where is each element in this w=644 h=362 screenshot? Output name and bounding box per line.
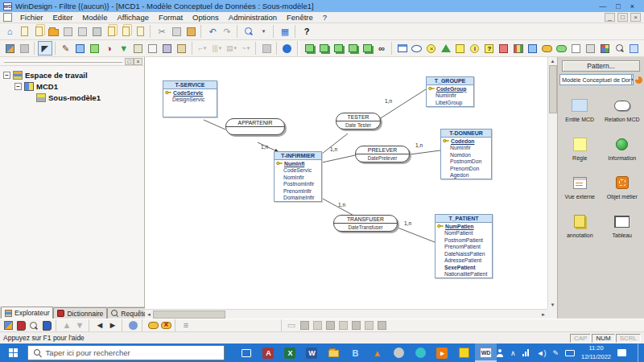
- next-icon[interactable]: ►: [106, 319, 119, 331]
- import-model-icon[interactable]: [104, 24, 118, 39]
- palette-item-entitmcd[interactable]: Entité MCD: [559, 97, 601, 122]
- group-objects-icon[interactable]: [584, 41, 598, 56]
- relation-link-icon[interactable]: [497, 41, 511, 56]
- tree-expander-icon[interactable]: −: [14, 83, 22, 90]
- model-map-icon[interactable]: [2, 41, 17, 56]
- palette-item-rgle[interactable]: Règle: [559, 135, 601, 161]
- entity-t-infirmier[interactable]: T-INFIRMIERNumInfiCodeServicNomInfirPost…: [274, 151, 322, 202]
- ellipse-icon[interactable]: [410, 41, 424, 56]
- palette-item-objetmtier[interactable]: Objet métier: [602, 174, 643, 200]
- align-dropdown[interactable]: ▤▾: [224, 41, 238, 56]
- search-icon[interactable]: [27, 319, 40, 331]
- submodel-1-icon[interactable]: [302, 41, 316, 56]
- corner-style-dropdown[interactable]: ⌐▾: [195, 41, 209, 56]
- tray-expand-icon[interactable]: ∧: [510, 349, 516, 357]
- panel-grip[interactable]: [4, 60, 122, 63]
- mdi-close-button[interactable]: ×: [630, 13, 641, 22]
- diagram-page[interactable]: 1,11,n1,n1,n1,n1,n1,nT-SERVICECodeServic…: [145, 57, 547, 309]
- dropdown-arrow-icon[interactable]: ▾: [631, 75, 634, 84]
- cube-icon[interactable]: [598, 41, 613, 56]
- media-icon[interactable]: ▸: [431, 343, 453, 362]
- gray-app-icon[interactable]: [388, 343, 410, 362]
- entity-t-service[interactable]: T-SERVICECodeServicDesignServic: [163, 80, 217, 117]
- triangle-icon[interactable]: [439, 41, 453, 56]
- restore-button[interactable]: □: [616, 2, 620, 10]
- tab-dictionnaire[interactable]: Dictionnaire: [53, 307, 107, 319]
- submodel-3-icon[interactable]: [331, 41, 345, 56]
- minimize-button[interactable]: —: [599, 2, 606, 10]
- curve-dropdown[interactable]: ~▾: [238, 41, 253, 56]
- menu-fichier[interactable]: Fichier: [15, 13, 48, 22]
- panel-restore-button[interactable]: □: [125, 58, 134, 65]
- preview-icon[interactable]: [17, 41, 31, 56]
- publish-web-icon[interactable]: [133, 24, 147, 39]
- tab-explorateur[interactable]: Explorateur: [1, 306, 53, 319]
- stamp-tool-icon[interactable]: [349, 319, 362, 331]
- relation-transfuser[interactable]: TRANSFUSERDateTransfuser: [333, 215, 398, 232]
- sync-icon[interactable]: [280, 41, 295, 56]
- horizontal-scrollbar[interactable]: ◄ ►: [145, 309, 547, 319]
- palette-model-dropdown[interactable]: Modèle Conceptuel de Dor ▾: [559, 74, 634, 85]
- form-list-icon[interactable]: [146, 41, 160, 56]
- hide-label-icon[interactable]: [159, 319, 172, 331]
- rotate-tool-icon[interactable]: [336, 319, 349, 331]
- menu-?[interactable]: ?: [318, 13, 332, 22]
- save-all-icon[interactable]: [75, 24, 89, 39]
- org-chart-icon[interactable]: [73, 41, 88, 56]
- touch-keyboard-icon[interactable]: [565, 350, 575, 356]
- resize-icon[interactable]: [259, 41, 274, 56]
- save-icon[interactable]: [60, 24, 75, 39]
- edge-icon[interactable]: [410, 343, 431, 362]
- excel-icon[interactable]: X: [279, 343, 301, 362]
- hand-tool-icon[interactable]: [324, 319, 336, 331]
- vertical-scroll-thumb[interactable]: [549, 65, 557, 113]
- explorer-tree-icon[interactable]: [2, 319, 14, 331]
- menu-format[interactable]: Format: [154, 13, 188, 22]
- scroll-down-arrow[interactable]: ▼: [549, 301, 557, 309]
- prev-icon[interactable]: ◄: [93, 319, 106, 331]
- move-up-icon[interactable]: ▲: [60, 319, 73, 331]
- redo-icon[interactable]: ↷: [220, 24, 234, 39]
- person-tool-icon[interactable]: [311, 319, 324, 331]
- pen-icon[interactable]: ✎: [552, 349, 559, 357]
- mdi-restore-button[interactable]: □: [617, 13, 628, 22]
- label-icon[interactable]: [453, 41, 468, 56]
- cut-icon[interactable]: ✂: [155, 24, 169, 39]
- horizontal-scroll-thumb[interactable]: [153, 311, 225, 319]
- entity-t_groupe[interactable]: T_GROUPECodeGroupNumInfirLibelGroup: [426, 76, 474, 107]
- duplicate-icon[interactable]: [569, 41, 584, 56]
- copy-icon[interactable]: [169, 24, 184, 39]
- relation-prelever[interactable]: PRELEVERDatePrelever: [355, 146, 410, 162]
- new-file-icon[interactable]: [17, 24, 31, 39]
- fill-tool-icon[interactable]: [298, 319, 311, 331]
- volume-icon[interactable]: ◄): [537, 349, 547, 357]
- people-icon[interactable]: [497, 349, 504, 357]
- circle-x-icon[interactable]: ×: [424, 41, 439, 56]
- shapes-icon[interactable]: [88, 41, 102, 56]
- diagram-canvas[interactable]: 1,11,n1,n1,n1,n1,n1,nT-SERVICECodeServic…: [145, 57, 557, 319]
- context-help-icon[interactable]: ?: [299, 24, 314, 39]
- help-box-icon[interactable]: ?: [482, 41, 497, 56]
- undo-icon[interactable]: ↶: [205, 24, 220, 39]
- windesign-doc-icon[interactable]: [453, 343, 475, 362]
- palette-item-tableau[interactable]: Tableau: [602, 212, 643, 238]
- tree-item-espacedetravail[interactable]: −Espace de travail: [3, 69, 144, 80]
- grid-icon[interactable]: ▦: [278, 24, 292, 39]
- zoom-dropdown-arrow[interactable]: ▾: [256, 24, 270, 39]
- task-view-icon[interactable]: [236, 343, 258, 362]
- copy-file-icon[interactable]: [31, 24, 46, 39]
- zoom-icon[interactable]: [242, 24, 256, 39]
- palette-item-annotation[interactable]: annotation: [559, 212, 601, 238]
- clock[interactable]: 11:20 12/11/2022: [581, 344, 611, 360]
- collapse-icon[interactable]: ≡: [180, 319, 192, 331]
- menu-affichage[interactable]: Affichage: [113, 13, 154, 22]
- doc-book-icon[interactable]: [40, 319, 53, 331]
- move-down-icon[interactable]: ▼: [73, 319, 86, 331]
- word-icon[interactable]: W: [301, 343, 323, 362]
- rounded-green-icon[interactable]: [555, 41, 569, 56]
- pattern-button[interactable]: Pattern...: [562, 60, 640, 72]
- line-style-dropdown[interactable]: |||▾: [209, 41, 224, 56]
- file-explorer-icon[interactable]: [323, 343, 345, 362]
- export-tool-icon[interactable]: [375, 319, 388, 331]
- panel-close-button[interactable]: ×: [134, 58, 142, 65]
